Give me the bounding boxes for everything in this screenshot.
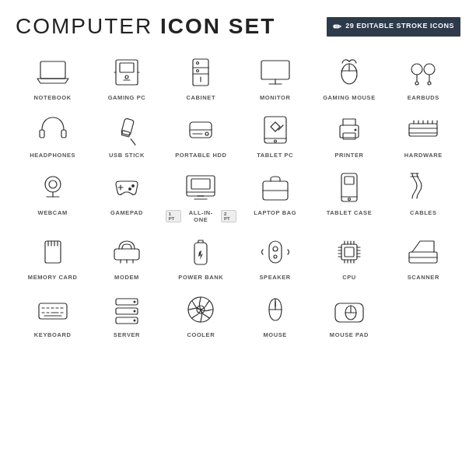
tablet-case-icon	[331, 170, 367, 205]
icon-cell-headphones: HEADPHONES	[16, 107, 89, 162]
hardware-icon	[405, 112, 441, 148]
gamepad-icon	[109, 170, 145, 205]
gaming-pc-icon	[109, 54, 145, 90]
svg-point-117	[133, 320, 135, 322]
svg-rect-0	[40, 61, 65, 79]
icon-cell-cpu: CPU	[312, 229, 386, 284]
svg-rect-82	[345, 247, 354, 257]
svg-rect-23	[40, 130, 44, 138]
memory-card-label: MEMORY CARD	[28, 274, 78, 281]
keyboard-icon	[35, 292, 71, 327]
portable-hdd-icon	[183, 112, 219, 148]
cooler-label: COOLER	[187, 331, 215, 338]
laptop-bag-label: LAPTOP BAG	[254, 209, 296, 216]
svg-rect-32	[264, 117, 286, 143]
icon-cell-monitor: MONITOR	[238, 50, 312, 104]
all-in-one-label-group: 1 PT ALL-IN-ONE 2 PT	[166, 209, 236, 223]
svg-point-18	[424, 64, 435, 75]
svg-rect-62	[341, 173, 357, 201]
svg-point-37	[354, 129, 356, 131]
icon-cell-server: SERVER	[89, 287, 163, 341]
webcam-label: WEBCAM	[38, 209, 68, 216]
svg-point-30	[205, 132, 208, 135]
icon-cell-notebook: NOTEBOOK	[16, 50, 89, 104]
svg-rect-38	[409, 124, 437, 136]
icon-cell-portable-hdd: PORTABLE HDD	[164, 107, 238, 162]
svg-point-8	[197, 62, 199, 65]
notebook-icon	[35, 54, 71, 90]
icon-cell-tablet-case: TABLET CASE	[312, 165, 386, 226]
earbuds-label: EARBUDS	[408, 94, 439, 101]
icon-cell-gamepad: GAMEPAD	[89, 165, 163, 226]
svg-point-3	[125, 75, 128, 79]
icon-cell-power-bank: POWER BANK	[164, 229, 238, 284]
keyboard-label: KEYBOARD	[34, 331, 72, 338]
notebook-label: NOTEBOOK	[34, 94, 72, 101]
icon-cell-mouse-pad: MOUSE PAD	[312, 287, 386, 341]
svg-point-80	[274, 255, 277, 258]
all-in-one-icon	[183, 170, 219, 205]
cabinet-label: CABINET	[187, 94, 216, 101]
svg-point-53	[131, 184, 135, 187]
gaming-pc-label: GAMING PC	[108, 94, 146, 101]
svg-point-48	[49, 180, 57, 188]
printer-icon	[331, 112, 367, 148]
icon-cell-all-in-one: 1 PT ALL-IN-ONE 2 PT	[164, 165, 238, 226]
monitor-label: MONITOR	[260, 94, 290, 101]
gaming-mouse-icon	[331, 54, 367, 90]
svg-point-22	[428, 82, 431, 85]
server-label: SERVER	[114, 331, 140, 338]
hardware-label: HARDWARE	[404, 152, 443, 159]
icon-cell-memory-card: MEMORY CARD	[16, 229, 89, 284]
cooler-icon	[183, 292, 219, 327]
header: COMPUTER ICON SET ✏ 29 EDITABLE STROKE I…	[16, 14, 460, 39]
svg-point-47	[45, 177, 61, 192]
tablet-pc-label: TABLET PC	[257, 152, 293, 159]
cables-label: CABLES	[410, 209, 436, 216]
headphones-icon	[35, 112, 71, 148]
modem-label: MODEM	[114, 274, 139, 281]
scanner-icon	[405, 234, 441, 270]
page-title: COMPUTER ICON SET	[16, 14, 275, 39]
cabinet-icon	[183, 54, 219, 90]
cpu-label: CPU	[342, 274, 356, 281]
icon-cell-printer: PRINTER	[312, 107, 386, 162]
cables-icon	[405, 170, 441, 205]
svg-point-64	[348, 198, 350, 201]
icon-cell-tablet-pc: TABLET PC	[238, 107, 312, 162]
icon-cell-modem: MODEM	[89, 229, 163, 284]
mouse-pad-icon	[331, 292, 367, 327]
icon-cell-hardware: HARDWARE	[387, 107, 460, 162]
badge-text: 29 EDITABLE STROKE ICONS	[345, 22, 454, 31]
icon-cell-mouse: MOUSE	[238, 287, 312, 341]
webcam-icon	[35, 170, 71, 205]
badge: ✏ 29 EDITABLE STROKE ICONS	[327, 17, 460, 37]
pt-badge-1: 1 PT	[166, 210, 181, 222]
svg-rect-81	[341, 244, 357, 260]
svg-line-27	[130, 139, 137, 145]
tablet-case-label: TABLET CASE	[327, 209, 373, 216]
monitor-icon	[257, 54, 293, 90]
svg-rect-78	[269, 241, 282, 263]
svg-rect-2	[120, 63, 134, 72]
portable-hdd-label: PORTABLE HDD	[175, 152, 226, 159]
speaker-label: SPEAKER	[259, 274, 290, 281]
mouse-icon	[257, 292, 293, 327]
scanner-label: SCANNER	[408, 274, 439, 281]
printer-label: PRINTER	[334, 152, 363, 159]
svg-point-54	[128, 187, 131, 191]
icon-cell-gaming-pc: GAMING PC	[89, 50, 163, 104]
power-bank-icon	[183, 234, 219, 270]
icon-cell-speaker: SPEAKER	[238, 229, 312, 284]
laptop-bag-icon	[257, 170, 293, 205]
usb-stick-icon	[109, 112, 145, 148]
memory-card-icon	[35, 234, 71, 270]
tablet-pc-icon	[257, 112, 293, 148]
speaker-icon	[257, 234, 293, 270]
modem-icon	[109, 234, 145, 270]
svg-rect-101	[39, 303, 67, 319]
earbuds-icon	[405, 54, 441, 90]
svg-rect-59	[191, 179, 210, 189]
mouse-label: MOUSE	[263, 331, 287, 338]
svg-point-116	[133, 310, 135, 313]
